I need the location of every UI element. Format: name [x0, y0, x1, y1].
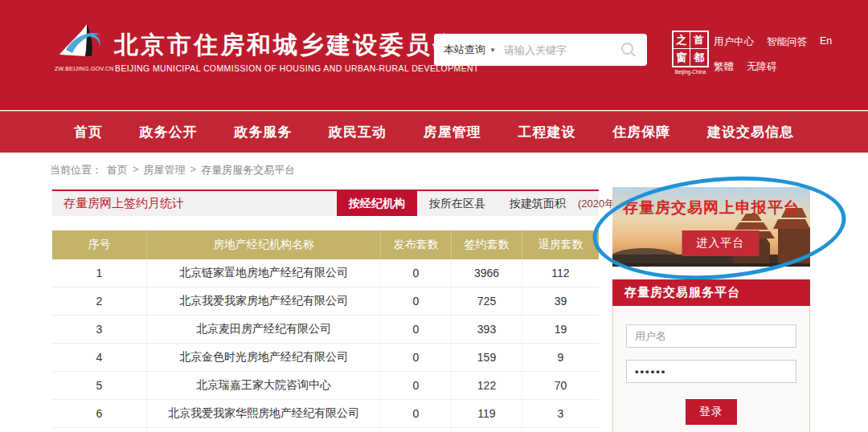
site-subtitle: BEIJING MUNICIPAL COMMISSION OF HOUSING …	[115, 63, 479, 73]
table-cell: 112	[522, 259, 599, 287]
nav-item-7[interactable]: 建设交易信息	[707, 123, 794, 141]
breadcrumb: 当前位置： 首页>房屋管理>存量房服务交易平台	[50, 163, 295, 177]
column-header-0: 序号	[52, 230, 146, 259]
main-nav: 首页政务公开政务服务政民互动房屋管理工程建设住房保障建设交易信息	[0, 111, 868, 153]
nav-item-5[interactable]: 工程建设	[518, 123, 576, 141]
nav-item-4[interactable]: 房屋管理	[424, 123, 481, 141]
quick-link-En[interactable]: En	[820, 35, 832, 49]
enter-platform-button[interactable]: 进入平台	[682, 230, 760, 256]
table-cell: 北京链家置地房地产经纪有限公司	[146, 259, 380, 287]
login-panel: 存量房交易服务平台 登录	[612, 279, 810, 432]
table-row-5: 5北京瑞嘉王家大院咨询中心012270	[52, 372, 599, 400]
table-cell: 39	[522, 287, 599, 315]
site-header: ZW.BEIJING.GOV.CN 北京市住房和城乡建设委员会 BEIJING …	[0, 0, 868, 110]
breadcrumb-item-0[interactable]: 首页	[107, 163, 128, 177]
table-cell: 70	[522, 372, 599, 399]
search-scope-label: 本站查询	[444, 43, 485, 57]
seal-char-3: 都	[690, 49, 707, 66]
stats-title: 存量房网上签约月统计	[52, 191, 195, 216]
table-cell: 159	[451, 344, 522, 371]
table-cell: 0	[380, 400, 451, 427]
table-cell: 3	[52, 316, 146, 343]
quick-link-无障碍[interactable]: 无障碍	[747, 60, 777, 74]
login-form: 登录	[613, 306, 809, 425]
table-cell: 119	[451, 400, 522, 427]
login-button[interactable]: 登录	[686, 399, 737, 425]
username-input[interactable]	[626, 324, 796, 348]
seal-char-1: 首	[690, 32, 707, 49]
table-cell: 5	[52, 372, 146, 399]
breadcrumb-separator: >	[190, 163, 197, 177]
breadcrumb-label: 当前位置：	[50, 163, 102, 177]
table-cell: 9	[522, 344, 599, 371]
table-cell: 北京诚源房地产经纪有限公司	[146, 428, 380, 432]
search-input[interactable]	[504, 44, 620, 56]
column-header-2: 发布套数	[380, 230, 451, 259]
table-cell: 0	[380, 259, 451, 287]
broker-stats-table: 序号房地产经纪机构名称发布套数签约套数退房套数 1北京链家置地房地产经纪有限公司…	[52, 230, 599, 432]
logo-caption: ZW.BEIJING.GOV.CN	[55, 66, 111, 71]
seal-char-0: 之	[674, 32, 690, 49]
breadcrumb-item-2[interactable]: 存量房服务交易平台	[201, 163, 295, 177]
stats-tab-0[interactable]: 按经纪机构	[337, 191, 417, 216]
sail-logo-icon	[55, 22, 104, 64]
table-row-6: 6北京我爱我家华熙房地产经纪有限公司01193	[52, 400, 599, 428]
table-cell: 北京瑞嘉王家大院咨询中心	[146, 372, 380, 399]
table-cell: 3	[522, 400, 599, 427]
nav-item-1[interactable]: 政务公开	[140, 123, 198, 141]
quick-links-row-1: 用户中心智能问答En	[714, 35, 832, 49]
quick-links-row-2: 繁體无障碍	[714, 60, 832, 74]
table-row-3: 3北京麦田房产经纪有限公司039319	[52, 316, 599, 344]
table-cell: 7	[52, 428, 146, 432]
table-row-2: 2北京我爱我家房地产经纪有限公司072539	[52, 287, 599, 316]
table-cell: 0	[380, 372, 451, 399]
breadcrumb-separator: >	[133, 163, 139, 177]
seal-grid: 之首窗都	[672, 31, 709, 67]
stats-tab-2[interactable]: 按建筑面积	[497, 191, 578, 216]
table-cell: 北京麦田房产经纪有限公司	[146, 316, 380, 343]
capital-window-logo[interactable]: 之首窗都 Beijing-China	[672, 31, 709, 75]
site-title: 北京市住房和城乡建设委员会	[114, 29, 459, 62]
breadcrumb-items: 首页>房屋管理>存量房服务交易平台	[107, 163, 295, 177]
banner-title: 存量房交易网上申报平台	[612, 198, 810, 218]
stats-tab-1[interactable]: 按所在区县	[417, 191, 497, 216]
nav-item-6[interactable]: 住房保障	[612, 123, 670, 141]
table-cell: 0	[380, 428, 451, 432]
nav-item-2[interactable]: 政务服务	[234, 123, 292, 141]
table-cell: 725	[451, 287, 522, 315]
table-cell: 122	[451, 372, 522, 399]
page: ZW.BEIJING.GOV.CN 北京市住房和城乡建设委员会 BEIJING …	[0, 0, 868, 432]
site-logo: ZW.BEIJING.GOV.CN	[55, 22, 104, 80]
table-cell: 1	[52, 259, 146, 287]
declare-platform-banner[interactable]: 存量房交易网上申报平台 进入平台	[612, 187, 810, 267]
quick-links: 用户中心智能问答En 繁體无障碍	[714, 35, 832, 85]
table-cell: 4	[52, 344, 146, 371]
nav-item-0[interactable]: 首页	[74, 123, 103, 141]
table-cell: 0	[380, 344, 451, 371]
nav-item-3[interactable]: 政民互动	[329, 123, 387, 141]
seal-caption: Beijing-China	[672, 69, 709, 75]
quick-link-用户中心[interactable]: 用户中心	[714, 35, 754, 49]
table-row-7: 7北京诚源房地产经纪有限公司08336	[52, 428, 599, 432]
password-input[interactable]	[626, 360, 796, 383]
column-header-4: 退房套数	[522, 230, 599, 259]
table-row-1: 1北京链家置地房地产经纪有限公司03966112	[52, 259, 599, 287]
login-panel-title: 存量房交易服务平台	[612, 279, 810, 306]
table-cell: 83	[451, 428, 522, 432]
table-cell: 36	[522, 428, 599, 432]
table-cell: 393	[451, 316, 522, 343]
breadcrumb-item-1[interactable]: 房屋管理	[144, 163, 186, 177]
search-icon[interactable]	[620, 41, 637, 59]
table-body: 1北京链家置地房地产经纪有限公司039661122北京我爱我家房地产经纪有限公司…	[52, 259, 599, 432]
seal-char-2: 窗	[674, 49, 690, 66]
table-cell: 19	[522, 316, 599, 343]
table-cell: 6	[52, 400, 146, 427]
quick-link-智能问答[interactable]: 智能问答	[767, 35, 807, 49]
search-scope-dropdown[interactable]: 本站查询 ▼	[444, 43, 496, 57]
search-box: 本站查询 ▼	[434, 34, 647, 66]
column-header-3: 签约套数	[451, 230, 522, 259]
stats-tabs: 按经纪机构按所在区县按建筑面积	[337, 191, 578, 216]
table-cell: 0	[380, 287, 451, 315]
table-row-4: 4北京金色时光房地产经纪有限公司01599	[52, 344, 599, 372]
quick-link-繁體[interactable]: 繁體	[714, 60, 734, 74]
